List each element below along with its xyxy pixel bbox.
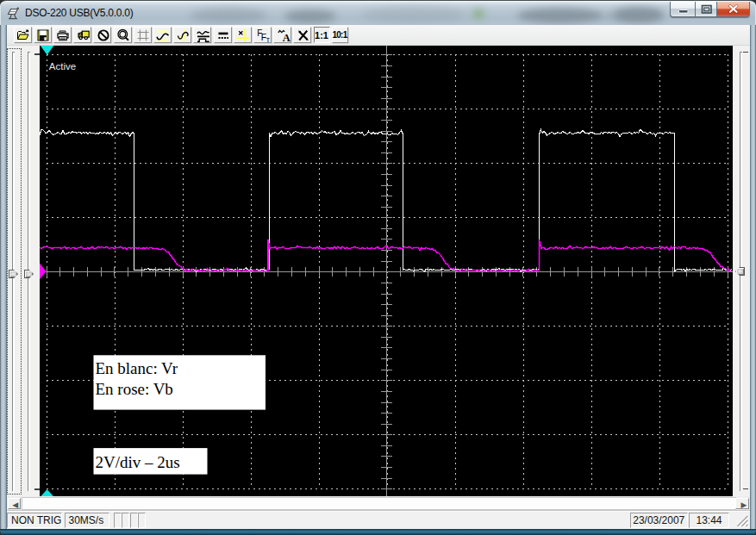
svg-text:En blanc: Vr: En blanc: Vr xyxy=(95,359,178,377)
svg-text:T: T xyxy=(266,36,270,42)
svg-text:En rose: Vb: En rose: Vb xyxy=(95,380,172,398)
svg-text:2V/div – 2us: 2V/div – 2us xyxy=(95,453,179,471)
svg-text:Active: Active xyxy=(48,61,75,72)
svg-text:A: A xyxy=(282,32,290,42)
